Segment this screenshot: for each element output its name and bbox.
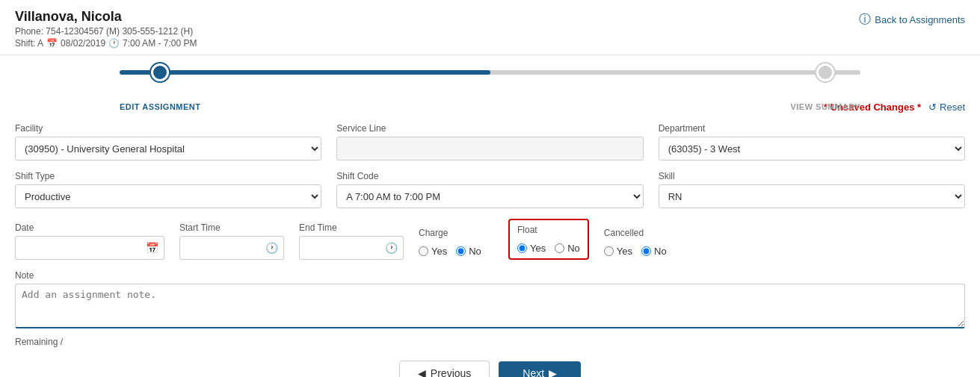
shift-code-select[interactable]: A 7:00 AM to 7:00 PM: [336, 184, 643, 208]
start-time-clock-icon[interactable]: 🕐: [265, 242, 278, 254]
start-time-label: Start Time: [179, 222, 284, 233]
skill-label: Skill: [659, 171, 965, 181]
charge-yes-radio[interactable]: [419, 246, 428, 256]
shift-icon: 📅: [46, 38, 58, 49]
start-time-group: Start Time 7:00 AM 🕐: [179, 222, 284, 260]
form-row-3: Date 8/2/2019 📅 Start Time 7:00 AM 🕐 End…: [15, 219, 965, 260]
back-circle-icon: ⓘ: [859, 12, 871, 28]
shift-type-label: Shift Type: [15, 171, 321, 181]
note-label: Note: [15, 270, 965, 281]
department-group: Department (63035) - 3 West: [659, 123, 965, 161]
form-row-2: Shift Type Productive Shift Code A 7:00 …: [15, 171, 965, 208]
cancelled-group: Cancelled Yes No: [604, 228, 686, 260]
step1-dot: [151, 63, 169, 81]
charge-yes-label[interactable]: Yes: [419, 246, 447, 257]
service-line-input: Critical Care Unit: [336, 137, 643, 161]
patient-shift: Shift: A 📅 08/02/2019 🕐 7:00 AM - 7:00 P…: [15, 38, 197, 49]
shift-code-label: Shift Code: [336, 171, 643, 181]
float-no-label[interactable]: No: [555, 243, 580, 254]
shift-label: Shift: A: [15, 38, 43, 49]
remaining-text: Remaining /: [0, 335, 980, 349]
shift-type-select[interactable]: Productive: [15, 184, 321, 208]
next-button[interactable]: Next ▶: [499, 361, 581, 377]
facility-group: Facility (30950) - University General Ho…: [15, 123, 321, 161]
facility-label: Facility: [15, 123, 321, 134]
end-time-clock-icon[interactable]: 🕐: [385, 242, 398, 254]
start-time-wrap: 7:00 AM 🕐: [179, 236, 284, 260]
date-input[interactable]: 8/2/2019: [15, 236, 164, 260]
assignment-form: Facility (30950) - University General Ho…: [0, 116, 980, 260]
cancelled-radio-group: Yes No: [604, 241, 686, 260]
prev-arrow-icon: ◀: [418, 367, 426, 377]
reset-button[interactable]: ↺ Reset: [928, 102, 965, 113]
next-arrow-icon: ▶: [549, 367, 557, 377]
footer-buttons: ◀ Previous Next ▶: [0, 349, 980, 377]
note-textarea[interactable]: [15, 284, 965, 328]
shift-date: 08/02/2019: [61, 38, 105, 49]
progress-section: EDIT ASSIGNMENT VIEW SUMMARY: [0, 55, 980, 75]
service-line-label: Service Line: [336, 123, 643, 134]
patient-info: Villanova, Nicola Phone: 754-12304567 (M…: [15, 9, 197, 49]
skill-group: Skill RN: [659, 171, 965, 208]
note-group: Note: [0, 270, 980, 331]
step2-dot: [816, 63, 834, 81]
float-label: Float: [517, 225, 580, 235]
float-radio-group: Yes No: [517, 238, 580, 254]
department-select[interactable]: (63035) - 3 West: [659, 137, 965, 161]
float-yes-label[interactable]: Yes: [517, 243, 546, 254]
float-group: Float Yes No: [508, 219, 589, 260]
cancelled-label: Cancelled: [604, 228, 686, 238]
service-line-group: Service Line Critical Care Unit: [336, 123, 643, 161]
cancelled-yes-label[interactable]: Yes: [604, 246, 632, 257]
shift-type-group: Shift Type Productive: [15, 171, 321, 208]
shift-code-group: Shift Code A 7:00 AM to 7:00 PM: [336, 171, 643, 208]
department-label: Department: [659, 123, 965, 134]
end-time-wrap: 7:00 PM 🕐: [299, 236, 404, 260]
charge-group: Charge Yes No: [419, 228, 493, 260]
charge-label: Charge: [419, 228, 493, 238]
page-header: Villanova, Nicola Phone: 754-12304567 (M…: [0, 0, 980, 55]
cancelled-no-label[interactable]: No: [641, 246, 667, 257]
reset-icon: ↺: [928, 102, 937, 113]
charge-no-radio[interactable]: [456, 246, 466, 256]
date-group: Date 8/2/2019 📅: [15, 222, 164, 260]
previous-button[interactable]: ◀ Previous: [399, 361, 490, 377]
float-yes-radio[interactable]: [517, 243, 527, 253]
shift-time: 7:00 AM - 7:00 PM: [123, 38, 197, 49]
patient-phone: Phone: 754-12304567 (M) 305-555-1212 (H): [15, 26, 197, 37]
step2-label: VIEW SUMMARY: [790, 102, 860, 111]
skill-select[interactable]: RN: [659, 184, 965, 208]
patient-name: Villanova, Nicola: [15, 9, 197, 25]
date-label: Date: [15, 222, 164, 233]
float-no-radio[interactable]: [555, 243, 564, 253]
charge-radio-group: Yes No: [419, 241, 493, 260]
form-row-1: Facility (30950) - University General Ho…: [15, 123, 965, 161]
end-time-label: End Time: [299, 222, 404, 233]
date-input-wrap: 8/2/2019 📅: [15, 236, 164, 260]
cancelled-yes-radio[interactable]: [604, 246, 614, 256]
step1-label: EDIT ASSIGNMENT: [120, 102, 201, 111]
charge-no-label[interactable]: No: [456, 246, 481, 257]
end-time-group: End Time 7:00 PM 🕐: [299, 222, 404, 260]
facility-select[interactable]: (30950) - University General Hospital: [15, 137, 321, 161]
cancelled-no-radio[interactable]: [641, 246, 651, 256]
back-to-assignments-link[interactable]: ⓘ Back to Assignments: [859, 12, 965, 28]
clock-icon: 🕐: [108, 38, 120, 49]
